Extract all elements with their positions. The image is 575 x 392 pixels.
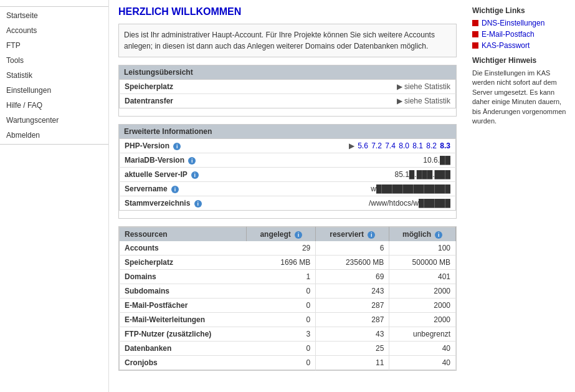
table-row: Stammverzeichnis i /www/htdocs/w██████: [120, 196, 456, 211]
right-panel-link[interactable]: DNS-Einstellungen: [482, 19, 544, 27]
resource-reserviert: 11: [316, 356, 389, 370]
intro-text: Dies ist Ihr administrativer Haupt-Accou…: [118, 24, 457, 57]
php-arrow: ▶: [349, 141, 356, 150]
php-versions: ▶ 5.6 7.2 7.4 8.0 8.1 8.2 8.3: [232, 139, 456, 153]
table-row: aktuelle Server-IP i 85.1█.███.███: [120, 168, 456, 182]
sidebar-item-startseite[interactable]: Startseite: [0, 8, 108, 23]
resource-angelegt: 0: [247, 342, 316, 356]
resource-angelegt: 3: [247, 327, 316, 342]
servername-value: w██████████████: [232, 182, 456, 196]
table-row: Speicherplatz 1696 MB 235600 MB 500000 M…: [120, 256, 456, 270]
page-title: HERZLICH WILLKOMMEN: [118, 6, 457, 17]
right-panel-link-item: DNS-Einstellungen: [472, 19, 569, 27]
info-icon[interactable]: i: [191, 171, 199, 179]
erweitert-table: PHP-Version i ▶ 5.6 7.2 7.4 8.0 8.1 8.2 …: [119, 138, 456, 211]
mariadb-label: MariaDB-Version i: [120, 153, 232, 168]
red-square-icon: [472, 31, 478, 37]
resource-moeglich: 2000: [389, 284, 456, 299]
reserviert-col-header: reserviert i: [316, 227, 389, 242]
resources-section: Ressourcen angelegt i reserviert i mögli…: [118, 226, 457, 371]
resource-reserviert: 43: [316, 327, 389, 342]
erweitert-section: Erweiterte Informationen PHP-Version i ▶…: [118, 124, 457, 219]
resource-moeglich: 40: [389, 356, 456, 370]
sidebar-item-tools[interactable]: Tools: [0, 53, 108, 68]
resources-table: Ressourcen angelegt i reserviert i mögli…: [119, 227, 456, 370]
right-panel-link[interactable]: E-Mail-Postfach: [482, 30, 535, 39]
erweitert-header: Erweiterte Informationen: [119, 125, 456, 138]
sidebar-item-accounts[interactable]: Accounts: [0, 23, 108, 38]
info-icon[interactable]: i: [295, 231, 302, 239]
resource-angelegt: 0: [247, 313, 316, 327]
php-label: PHP-Version i: [120, 139, 232, 153]
resource-moeglich: 2000: [389, 299, 456, 313]
speicherplatz-link[interactable]: ▶ siehe Statistik: [232, 80, 456, 94]
stammverzeichnis-value: /www/htdocs/w██████: [232, 196, 456, 211]
resource-angelegt: 29: [247, 241, 316, 256]
resource-label: Speicherplatz: [120, 256, 247, 270]
resource-reserviert: 243: [316, 284, 389, 299]
php-82-link[interactable]: 8.2: [426, 141, 437, 150]
info-icon[interactable]: i: [194, 200, 202, 208]
leistung-table: Speicherplatz ▶ siehe Statistik Datentra…: [119, 79, 456, 108]
table-row: Cronjobs 0 11 40: [120, 356, 456, 370]
table-row: MariaDB-Version i 10.6.██: [120, 153, 456, 168]
right-panel-link[interactable]: KAS-Passwort: [482, 41, 530, 50]
main-content: HERZLICH WILLKOMMEN Dies ist Ihr adminis…: [109, 0, 466, 392]
table-row: E-Mail-Weiterleitungen 0 287 2000: [120, 313, 456, 327]
php-74-link[interactable]: 7.4: [385, 141, 396, 150]
sidebar-item-hilfe[interactable]: Hilfe / FAQ: [0, 98, 108, 113]
red-square-icon: [472, 20, 478, 26]
angelegt-col-header: angelegt i: [247, 227, 316, 242]
sidebar-item-ftp[interactable]: FTP: [0, 38, 108, 53]
table-row: Servername i w██████████████: [120, 182, 456, 196]
php-72-link[interactable]: 7.2: [371, 141, 382, 150]
php-81-link[interactable]: 8.1: [412, 141, 423, 150]
resource-angelegt: 0: [247, 284, 316, 299]
info-icon[interactable]: i: [368, 231, 375, 239]
mariadb-value: 10.6.██: [232, 153, 456, 168]
info-icon[interactable]: i: [188, 157, 196, 165]
resource-reserviert: 287: [316, 313, 389, 327]
resource-moeglich: 401: [389, 270, 456, 284]
resources-col-header: Ressourcen: [120, 227, 247, 242]
right-links: DNS-EinstellungenE-Mail-PostfachKAS-Pass…: [472, 19, 569, 50]
table-row: FTP-Nutzer (zusätzliche) 3 43 unbegrenzt: [120, 327, 456, 342]
resource-label: Accounts: [120, 241, 247, 256]
info-icon[interactable]: i: [435, 231, 442, 239]
table-row: Accounts 29 6 100: [120, 241, 456, 256]
resources-header-row: Ressourcen angelegt i reserviert i mögli…: [120, 227, 456, 242]
important-links-header: Wichtige Links: [472, 6, 569, 15]
php-80-link[interactable]: 8.0: [399, 141, 409, 150]
hinweis-header: Wichtiger Hinweis: [472, 56, 569, 65]
sidebar-item-wartungscenter[interactable]: Wartungscenter: [0, 113, 108, 128]
resource-angelegt: 0: [247, 299, 316, 313]
leistung-section: Leistungsübersicht Speicherplatz ▶ siehe…: [118, 65, 457, 117]
table-row: Datentransfer ▶ siehe Statistik: [120, 94, 456, 108]
table-row: Domains 1 69 401: [120, 270, 456, 284]
speicherplatz-label: Speicherplatz: [120, 80, 232, 94]
moeglich-col-header: möglich i: [389, 227, 456, 242]
datentransfer-label: Datentransfer: [120, 94, 232, 108]
resource-label: E-Mail-Postfächer: [120, 299, 247, 313]
table-row: PHP-Version i ▶ 5.6 7.2 7.4 8.0 8.1 8.2 …: [120, 139, 456, 153]
red-square-icon: [472, 42, 478, 49]
serverip-label: aktuelle Server-IP i: [120, 168, 232, 182]
info-icon[interactable]: i: [173, 143, 181, 150]
resource-reserviert: 6: [316, 241, 389, 256]
info-icon[interactable]: i: [171, 186, 179, 193]
hinweis-section: Wichtiger Hinweis Die Einstellungen im K…: [472, 56, 569, 126]
php-83-link[interactable]: 8.3: [440, 141, 450, 150]
hinweis-text: Die Einstellungen im KAS werden nicht so…: [472, 69, 569, 126]
resource-moeglich: 100: [389, 241, 456, 256]
datentransfer-link[interactable]: ▶ siehe Statistik: [232, 94, 456, 108]
resource-label: Domains: [120, 270, 247, 284]
sidebar-item-einstellungen[interactable]: Einstellungen: [0, 83, 108, 98]
php-56-link[interactable]: 5.6: [358, 141, 368, 150]
table-row: E-Mail-Postfächer 0 287 2000: [120, 299, 456, 313]
resource-reserviert: 69: [316, 270, 389, 284]
resource-reserviert: 25: [316, 342, 389, 356]
sidebar-item-abmelden[interactable]: Abmelden: [0, 128, 108, 143]
resource-moeglich: unbegrenzt: [389, 327, 456, 342]
stammverzeichnis-label: Stammverzeichnis i: [120, 196, 232, 211]
sidebar-item-statistik[interactable]: Statistik: [0, 68, 108, 83]
